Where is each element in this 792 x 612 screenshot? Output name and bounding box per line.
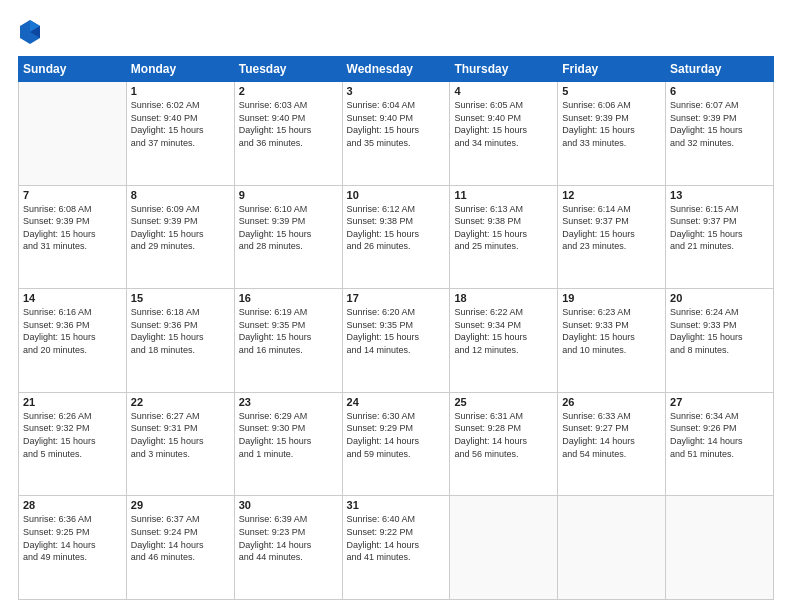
day-number: 14 bbox=[23, 292, 122, 304]
day-number: 29 bbox=[131, 499, 230, 511]
calendar-cell: 2Sunrise: 6:03 AM Sunset: 9:40 PM Daylig… bbox=[234, 82, 342, 186]
calendar-cell: 11Sunrise: 6:13 AM Sunset: 9:38 PM Dayli… bbox=[450, 185, 558, 289]
day-info: Sunrise: 6:06 AM Sunset: 9:39 PM Dayligh… bbox=[562, 99, 661, 149]
day-number: 19 bbox=[562, 292, 661, 304]
calendar-cell: 29Sunrise: 6:37 AM Sunset: 9:24 PM Dayli… bbox=[126, 496, 234, 600]
day-number: 6 bbox=[670, 85, 769, 97]
weekday-header-sunday: Sunday bbox=[19, 57, 127, 82]
weekday-header-row: SundayMondayTuesdayWednesdayThursdayFrid… bbox=[19, 57, 774, 82]
day-number: 31 bbox=[347, 499, 446, 511]
day-info: Sunrise: 6:13 AM Sunset: 9:38 PM Dayligh… bbox=[454, 203, 553, 253]
calendar-cell: 9Sunrise: 6:10 AM Sunset: 9:39 PM Daylig… bbox=[234, 185, 342, 289]
day-number: 12 bbox=[562, 189, 661, 201]
calendar-cell: 7Sunrise: 6:08 AM Sunset: 9:39 PM Daylig… bbox=[19, 185, 127, 289]
logo bbox=[18, 18, 46, 46]
day-info: Sunrise: 6:26 AM Sunset: 9:32 PM Dayligh… bbox=[23, 410, 122, 460]
calendar-cell: 22Sunrise: 6:27 AM Sunset: 9:31 PM Dayli… bbox=[126, 392, 234, 496]
calendar-cell: 24Sunrise: 6:30 AM Sunset: 9:29 PM Dayli… bbox=[342, 392, 450, 496]
calendar-cell: 13Sunrise: 6:15 AM Sunset: 9:37 PM Dayli… bbox=[666, 185, 774, 289]
day-number: 28 bbox=[23, 499, 122, 511]
weekday-header-wednesday: Wednesday bbox=[342, 57, 450, 82]
day-info: Sunrise: 6:09 AM Sunset: 9:39 PM Dayligh… bbox=[131, 203, 230, 253]
day-number: 30 bbox=[239, 499, 338, 511]
day-info: Sunrise: 6:05 AM Sunset: 9:40 PM Dayligh… bbox=[454, 99, 553, 149]
weekday-header-saturday: Saturday bbox=[666, 57, 774, 82]
day-number: 23 bbox=[239, 396, 338, 408]
calendar-cell bbox=[19, 82, 127, 186]
week-row-2: 7Sunrise: 6:08 AM Sunset: 9:39 PM Daylig… bbox=[19, 185, 774, 289]
calendar-cell: 23Sunrise: 6:29 AM Sunset: 9:30 PM Dayli… bbox=[234, 392, 342, 496]
weekday-header-monday: Monday bbox=[126, 57, 234, 82]
week-row-1: 1Sunrise: 6:02 AM Sunset: 9:40 PM Daylig… bbox=[19, 82, 774, 186]
day-info: Sunrise: 6:12 AM Sunset: 9:38 PM Dayligh… bbox=[347, 203, 446, 253]
calendar-cell bbox=[558, 496, 666, 600]
calendar-cell: 10Sunrise: 6:12 AM Sunset: 9:38 PM Dayli… bbox=[342, 185, 450, 289]
day-number: 7 bbox=[23, 189, 122, 201]
day-number: 25 bbox=[454, 396, 553, 408]
day-info: Sunrise: 6:39 AM Sunset: 9:23 PM Dayligh… bbox=[239, 513, 338, 563]
calendar-cell: 14Sunrise: 6:16 AM Sunset: 9:36 PM Dayli… bbox=[19, 289, 127, 393]
calendar-cell: 6Sunrise: 6:07 AM Sunset: 9:39 PM Daylig… bbox=[666, 82, 774, 186]
calendar-cell: 28Sunrise: 6:36 AM Sunset: 9:25 PM Dayli… bbox=[19, 496, 127, 600]
day-number: 3 bbox=[347, 85, 446, 97]
calendar-cell: 18Sunrise: 6:22 AM Sunset: 9:34 PM Dayli… bbox=[450, 289, 558, 393]
day-number: 17 bbox=[347, 292, 446, 304]
week-row-5: 28Sunrise: 6:36 AM Sunset: 9:25 PM Dayli… bbox=[19, 496, 774, 600]
calendar-table: SundayMondayTuesdayWednesdayThursdayFrid… bbox=[18, 56, 774, 600]
calendar-cell: 31Sunrise: 6:40 AM Sunset: 9:22 PM Dayli… bbox=[342, 496, 450, 600]
day-info: Sunrise: 6:15 AM Sunset: 9:37 PM Dayligh… bbox=[670, 203, 769, 253]
calendar-cell bbox=[666, 496, 774, 600]
calendar-cell: 25Sunrise: 6:31 AM Sunset: 9:28 PM Dayli… bbox=[450, 392, 558, 496]
day-info: Sunrise: 6:30 AM Sunset: 9:29 PM Dayligh… bbox=[347, 410, 446, 460]
day-number: 1 bbox=[131, 85, 230, 97]
day-number: 16 bbox=[239, 292, 338, 304]
day-number: 10 bbox=[347, 189, 446, 201]
day-info: Sunrise: 6:03 AM Sunset: 9:40 PM Dayligh… bbox=[239, 99, 338, 149]
day-number: 5 bbox=[562, 85, 661, 97]
day-info: Sunrise: 6:02 AM Sunset: 9:40 PM Dayligh… bbox=[131, 99, 230, 149]
day-info: Sunrise: 6:19 AM Sunset: 9:35 PM Dayligh… bbox=[239, 306, 338, 356]
calendar-cell: 3Sunrise: 6:04 AM Sunset: 9:40 PM Daylig… bbox=[342, 82, 450, 186]
day-info: Sunrise: 6:36 AM Sunset: 9:25 PM Dayligh… bbox=[23, 513, 122, 563]
calendar-cell: 8Sunrise: 6:09 AM Sunset: 9:39 PM Daylig… bbox=[126, 185, 234, 289]
logo-icon bbox=[18, 18, 42, 46]
day-info: Sunrise: 6:14 AM Sunset: 9:37 PM Dayligh… bbox=[562, 203, 661, 253]
calendar-cell: 30Sunrise: 6:39 AM Sunset: 9:23 PM Dayli… bbox=[234, 496, 342, 600]
day-number: 9 bbox=[239, 189, 338, 201]
day-info: Sunrise: 6:04 AM Sunset: 9:40 PM Dayligh… bbox=[347, 99, 446, 149]
day-info: Sunrise: 6:33 AM Sunset: 9:27 PM Dayligh… bbox=[562, 410, 661, 460]
day-number: 15 bbox=[131, 292, 230, 304]
calendar-cell: 20Sunrise: 6:24 AM Sunset: 9:33 PM Dayli… bbox=[666, 289, 774, 393]
day-info: Sunrise: 6:08 AM Sunset: 9:39 PM Dayligh… bbox=[23, 203, 122, 253]
calendar-cell: 1Sunrise: 6:02 AM Sunset: 9:40 PM Daylig… bbox=[126, 82, 234, 186]
day-info: Sunrise: 6:10 AM Sunset: 9:39 PM Dayligh… bbox=[239, 203, 338, 253]
day-info: Sunrise: 6:22 AM Sunset: 9:34 PM Dayligh… bbox=[454, 306, 553, 356]
day-info: Sunrise: 6:18 AM Sunset: 9:36 PM Dayligh… bbox=[131, 306, 230, 356]
calendar-cell: 21Sunrise: 6:26 AM Sunset: 9:32 PM Dayli… bbox=[19, 392, 127, 496]
day-info: Sunrise: 6:16 AM Sunset: 9:36 PM Dayligh… bbox=[23, 306, 122, 356]
day-info: Sunrise: 6:23 AM Sunset: 9:33 PM Dayligh… bbox=[562, 306, 661, 356]
day-number: 24 bbox=[347, 396, 446, 408]
page: SundayMondayTuesdayWednesdayThursdayFrid… bbox=[0, 0, 792, 612]
weekday-header-tuesday: Tuesday bbox=[234, 57, 342, 82]
day-number: 26 bbox=[562, 396, 661, 408]
day-info: Sunrise: 6:34 AM Sunset: 9:26 PM Dayligh… bbox=[670, 410, 769, 460]
calendar-cell: 4Sunrise: 6:05 AM Sunset: 9:40 PM Daylig… bbox=[450, 82, 558, 186]
day-info: Sunrise: 6:20 AM Sunset: 9:35 PM Dayligh… bbox=[347, 306, 446, 356]
day-info: Sunrise: 6:27 AM Sunset: 9:31 PM Dayligh… bbox=[131, 410, 230, 460]
day-info: Sunrise: 6:37 AM Sunset: 9:24 PM Dayligh… bbox=[131, 513, 230, 563]
calendar-cell: 12Sunrise: 6:14 AM Sunset: 9:37 PM Dayli… bbox=[558, 185, 666, 289]
day-number: 21 bbox=[23, 396, 122, 408]
day-info: Sunrise: 6:40 AM Sunset: 9:22 PM Dayligh… bbox=[347, 513, 446, 563]
calendar-cell: 17Sunrise: 6:20 AM Sunset: 9:35 PM Dayli… bbox=[342, 289, 450, 393]
calendar-cell: 19Sunrise: 6:23 AM Sunset: 9:33 PM Dayli… bbox=[558, 289, 666, 393]
calendar-cell: 16Sunrise: 6:19 AM Sunset: 9:35 PM Dayli… bbox=[234, 289, 342, 393]
day-info: Sunrise: 6:07 AM Sunset: 9:39 PM Dayligh… bbox=[670, 99, 769, 149]
calendar-cell: 15Sunrise: 6:18 AM Sunset: 9:36 PM Dayli… bbox=[126, 289, 234, 393]
day-number: 2 bbox=[239, 85, 338, 97]
calendar-cell: 5Sunrise: 6:06 AM Sunset: 9:39 PM Daylig… bbox=[558, 82, 666, 186]
calendar-cell bbox=[450, 496, 558, 600]
weekday-header-thursday: Thursday bbox=[450, 57, 558, 82]
day-info: Sunrise: 6:29 AM Sunset: 9:30 PM Dayligh… bbox=[239, 410, 338, 460]
week-row-4: 21Sunrise: 6:26 AM Sunset: 9:32 PM Dayli… bbox=[19, 392, 774, 496]
